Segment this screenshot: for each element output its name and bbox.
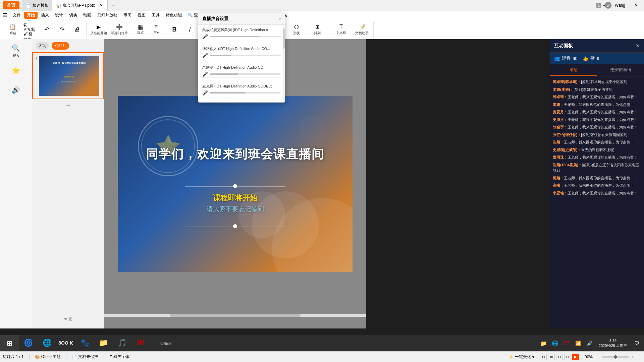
view-play[interactable]: ▶ <box>572 354 579 360</box>
taskbar-app-wps[interactable]: W <box>131 335 150 351</box>
table-button[interactable]: ⊞排列 <box>307 22 327 37</box>
status-div-3 <box>104 354 104 360</box>
slide-canvas[interactable]: ⭐ 同学们，欢迎来到班会课直播间 课程即将开始 请大家不要忘记签到 <box>118 96 353 272</box>
fullscreen-icon[interactable]: ⛶ <box>637 354 641 360</box>
start-button[interactable]: ⊞ <box>0 335 19 351</box>
tab-template[interactable]: 📄 极速模板 <box>22 0 52 11</box>
tab-pptx[interactable]: 📊 班会开场PPT.pptx ✕ <box>52 0 108 11</box>
taskbar-volume[interactable]: 🔊 <box>585 338 594 349</box>
taskbar-app-browser[interactable]: 🌐 <box>38 335 56 351</box>
msg-sender-3: 李妍： <box>553 103 564 107</box>
paste-button[interactable]: 📋 粘贴 <box>3 22 23 37</box>
sidebar-item-volume[interactable]: 🔊 <box>4 81 28 98</box>
view-split[interactable]: ⊟ <box>556 354 563 360</box>
device-slider-1[interactable] <box>210 55 281 56</box>
bold-button[interactable]: B <box>167 22 182 37</box>
shape-button[interactable]: ⬡形状 <box>286 22 307 37</box>
love-label: 爱 <box>68 317 72 322</box>
statusbar-beautify[interactable]: ⚡ 一键美化 ▾ <box>508 354 534 360</box>
message-1: 李妍(李妍)：[签到]李妍在曝子沟签到 <box>553 87 641 93</box>
audio-device-1[interactable]: 线路输入 (IDT High Definition Audio CO... 🎤 <box>198 44 285 62</box>
taskbar-app-folder[interactable]: 📁 <box>94 335 113 351</box>
add-slide-button[interactable]: + <box>32 99 104 112</box>
zoom-decrease[interactable]: — <box>595 355 599 359</box>
search-sidebar-icon: 🔍 <box>12 44 20 52</box>
globe-icon: 🌐 <box>552 340 558 347</box>
sidebar-item-star[interactable]: ⭐ <box>4 62 28 79</box>
deco-circle-4 <box>299 116 326 143</box>
taskbar-globe[interactable]: 🌐 <box>550 338 560 349</box>
tab-close-icon[interactable]: ✕ <box>99 3 104 8</box>
menu-special[interactable]: 特色功能 <box>163 12 184 19</box>
taskbar-app-800k[interactable]: 8OO K <box>56 335 75 351</box>
device-slider-2[interactable] <box>210 73 281 75</box>
taskbar-signal[interactable]: 📶 <box>573 338 583 349</box>
tab1-label: 极速模板 <box>33 3 49 8</box>
toolbar-group-slide: ▶ 从当前开始 ➕ 新建幻灯片 <box>87 21 131 38</box>
menu-view[interactable]: 视图 <box>135 12 148 19</box>
msg-sender-5: 史博文： <box>553 118 568 122</box>
device-slider-0[interactable] <box>210 36 281 37</box>
taskbar-apps: 🌀 🌐 8OO K 🐾 📁 🎵 W <box>19 335 150 351</box>
section-button[interactable]: ≡ 节▾ <box>149 22 163 37</box>
sidebar-item-search[interactable]: 🔍 搜索 <box>4 43 28 59</box>
slide-horizontal-scrollbar[interactable] <box>104 314 366 317</box>
italic-button[interactable]: I <box>182 22 197 37</box>
menu-file[interactable]: 文件 <box>10 12 23 19</box>
formatpaint-button[interactable]: 🖌 格式刷 <box>23 34 36 39</box>
menu-design[interactable]: 设计 <box>52 12 66 19</box>
textbox-button[interactable]: T文本框 <box>331 22 351 37</box>
device-slider-3[interactable] <box>210 92 281 94</box>
zoom-increase[interactable]: + <box>632 355 634 359</box>
dialog-scrollbar[interactable] <box>283 25 285 102</box>
audio-device-2[interactable]: 录制源 (IDT High Definition Audio CO... 🎤 <box>198 62 285 81</box>
slide-panel: 大纲 幻灯片 1 同学们，欢迎来到班会课直播间 课程即将开始 请大家不要忘记签到… <box>32 39 104 328</box>
view-mode-icons: ⊟ ⊞ ⊟ ⊟ ▶ <box>540 354 579 360</box>
view-tab-slide[interactable]: 幻灯片 <box>52 42 69 50</box>
audio-device-0[interactable]: 集成式麦克风阵列 (IDT High Definition A... 🎤 <box>198 25 285 44</box>
menu-review[interactable]: 审阅 <box>121 12 134 19</box>
ip-tab-manage[interactable]: 连麦管理(0) <box>597 64 644 76</box>
zoom-slider[interactable] <box>602 356 629 358</box>
menu-tools[interactable]: 工具 <box>149 12 162 19</box>
cut-button[interactable]: ✂ 剪切 <box>23 20 36 25</box>
taskbar-folder-sys[interactable]: 📁 <box>539 338 548 349</box>
beautify-text: 一键美化 <box>515 354 531 360</box>
newslide-button[interactable]: ➕ 新建幻灯片 <box>109 22 129 37</box>
redo-icon: ↷ <box>60 26 65 33</box>
audio-device-3[interactable]: 麦克风 (IDT High Definition Audio CODEC) 🎤 <box>198 81 285 98</box>
slide-item-1[interactable]: 1 同学们，欢迎来到班会课直播间 课程即将开始 请大家不要忘记签到 <box>32 52 104 99</box>
view-normal[interactable]: ⊟ <box>540 354 547 360</box>
taskbar-app-sogou[interactable]: 🌀 <box>19 335 38 351</box>
menu-transition[interactable]: 切换 <box>66 12 80 19</box>
sys-folder-icon: 📁 <box>540 340 547 347</box>
menu-start[interactable]: 开始 <box>24 12 38 19</box>
slideshow-button[interactable]: ▶ 从当前开始 <box>89 22 109 37</box>
hamburger-icon[interactable]: ☰ <box>3 12 7 18</box>
undo-button[interactable]: ↶ <box>39 22 54 37</box>
view-tab-outline[interactable]: 大纲 <box>36 42 49 50</box>
docassist-button[interactable]: 📝文档助手 <box>352 22 372 37</box>
tab-add-button[interactable]: + <box>108 0 118 11</box>
menu-slideshow[interactable]: 幻灯片放映 <box>95 12 120 19</box>
taskbar-app-paw[interactable]: 🐾 <box>75 335 94 351</box>
taskbar-security[interactable]: 🛡 <box>562 338 571 349</box>
ip-close-button[interactable]: ✕ <box>636 43 640 49</box>
menu-bar: ☰ 文件 开始 插入 设计 切换 动画 幻灯片放映 审阅 视图 工具 特色功能 … <box>0 11 644 20</box>
view-grid[interactable]: ⊞ <box>548 354 555 360</box>
taskbar-notify[interactable]: 🗨 <box>632 338 641 349</box>
likes-label: 赞 <box>590 55 595 61</box>
ip-viewers: 👥 观看 60 <box>554 55 577 61</box>
taskbar-app-music[interactable]: 🎵 <box>113 335 131 351</box>
menu-insert[interactable]: 插入 <box>38 12 52 19</box>
print-button[interactable]: 🖨 <box>70 22 85 37</box>
view-notes[interactable]: ⊟ <box>564 354 571 360</box>
close-button[interactable]: ✕ <box>629 0 644 11</box>
left-sidebar: 🔍 搜索 ⭐ 🔊 <box>0 39 32 328</box>
status-div-5 <box>582 354 582 360</box>
layout-button[interactable]: ▦ 版式 <box>133 22 148 37</box>
menu-animation[interactable]: 动画 <box>80 12 94 19</box>
redo-button[interactable]: ↷ <box>55 22 69 37</box>
home-tab[interactable]: 首页 <box>3 1 19 9</box>
ip-tab-message[interactable]: 消息 <box>550 64 597 76</box>
